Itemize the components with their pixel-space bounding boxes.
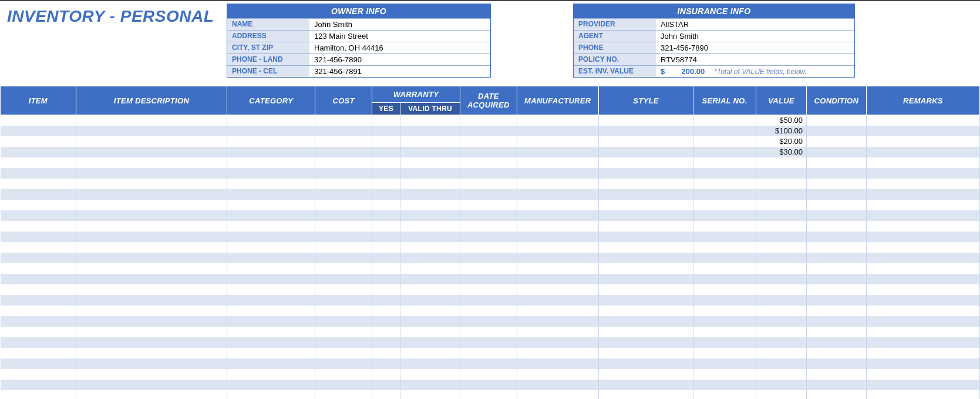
table-cell[interactable] [460, 327, 517, 337]
table-cell[interactable] [693, 200, 756, 210]
table-cell[interactable] [517, 284, 598, 295]
table-cell[interactable] [599, 337, 693, 348]
table-cell[interactable] [866, 115, 979, 126]
table-cell[interactable] [806, 179, 866, 189]
table-cell[interactable] [460, 115, 517, 126]
table-cell[interactable] [315, 295, 372, 306]
table-cell[interactable] [227, 157, 315, 168]
table-cell[interactable] [76, 295, 227, 306]
table-row[interactable] [1, 284, 980, 295]
table-cell[interactable] [599, 327, 693, 337]
table-row[interactable] [1, 232, 980, 242]
table-cell[interactable] [460, 295, 517, 306]
col-style[interactable]: STYLE [599, 86, 693, 115]
col-warranty[interactable]: WARRANTY [372, 86, 460, 103]
table-cell[interactable] [693, 380, 756, 390]
table-row[interactable] [1, 179, 980, 189]
table-cell[interactable] [517, 358, 598, 369]
table-cell[interactable] [866, 316, 979, 327]
table-cell[interactable] [517, 316, 598, 327]
table-cell[interactable] [460, 200, 517, 210]
table-row[interactable] [1, 274, 980, 284]
table-cell[interactable] [76, 242, 227, 253]
table-cell[interactable] [372, 337, 400, 348]
table-cell[interactable] [372, 189, 400, 200]
table-cell[interactable] [866, 136, 979, 147]
table-cell[interactable] [227, 253, 315, 263]
table-row[interactable] [1, 390, 980, 400]
table-row[interactable] [1, 221, 980, 232]
table-cell[interactable] [227, 358, 315, 369]
table-row[interactable] [1, 263, 980, 274]
table-cell[interactable] [227, 126, 315, 136]
table-cell[interactable] [866, 168, 979, 179]
table-cell[interactable] [315, 274, 372, 284]
table-cell[interactable] [315, 284, 372, 295]
table-cell[interactable]: $30.00 [756, 147, 807, 157]
table-cell[interactable] [599, 348, 693, 358]
table-cell[interactable] [599, 263, 693, 274]
table-cell[interactable] [866, 242, 979, 253]
table-cell[interactable] [517, 253, 598, 263]
table-cell[interactable] [1, 327, 76, 337]
table-cell[interactable] [866, 189, 979, 200]
table-row[interactable] [1, 168, 980, 179]
table-cell[interactable] [693, 136, 756, 147]
table-cell[interactable] [693, 157, 756, 168]
table-row[interactable] [1, 327, 980, 337]
table-cell[interactable] [400, 358, 460, 369]
table-cell[interactable] [400, 147, 460, 157]
table-cell[interactable] [315, 221, 372, 232]
table-cell[interactable] [1, 369, 76, 380]
table-cell[interactable] [517, 306, 598, 316]
table-cell[interactable] [599, 147, 693, 157]
table-row[interactable] [1, 348, 980, 358]
table-cell[interactable] [315, 242, 372, 253]
table-cell[interactable] [806, 327, 866, 337]
table-cell[interactable] [372, 147, 400, 157]
owner-address-value[interactable]: 123 Main Street [309, 31, 490, 42]
table-cell[interactable] [460, 358, 517, 369]
table-cell[interactable] [372, 358, 400, 369]
table-cell[interactable] [599, 274, 693, 284]
table-cell[interactable] [372, 210, 400, 221]
table-cell[interactable] [460, 348, 517, 358]
table-cell[interactable] [76, 316, 227, 327]
table-cell[interactable] [693, 147, 756, 157]
table-cell[interactable] [460, 221, 517, 232]
table-cell[interactable] [1, 157, 76, 168]
table-cell[interactable] [76, 232, 227, 242]
table-cell[interactable] [693, 253, 756, 263]
table-cell[interactable] [517, 126, 598, 136]
table-cell[interactable] [227, 242, 315, 253]
table-cell[interactable] [866, 380, 979, 390]
table-cell[interactable] [693, 263, 756, 274]
table-cell[interactable] [400, 200, 460, 210]
table-cell[interactable] [460, 136, 517, 147]
col-category[interactable]: CATEGORY [227, 86, 315, 115]
table-cell[interactable] [400, 390, 460, 400]
table-cell[interactable] [372, 179, 400, 189]
table-cell[interactable] [227, 380, 315, 390]
table-cell[interactable] [76, 358, 227, 369]
table-cell[interactable] [315, 306, 372, 316]
table-cell[interactable] [756, 242, 807, 253]
table-cell[interactable] [756, 210, 807, 221]
table-cell[interactable] [599, 126, 693, 136]
table-cell[interactable] [460, 274, 517, 284]
col-warranty-valid-thru[interactable]: VALID THRU [400, 103, 460, 115]
table-cell[interactable] [806, 337, 866, 348]
table-cell[interactable] [1, 232, 76, 242]
table-cell[interactable] [806, 253, 866, 263]
table-cell[interactable] [460, 253, 517, 263]
table-cell[interactable] [400, 274, 460, 284]
table-cell[interactable] [806, 232, 866, 242]
table-cell[interactable] [227, 337, 315, 348]
table-cell[interactable] [693, 358, 756, 369]
table-cell[interactable] [756, 189, 807, 200]
table-cell[interactable] [460, 316, 517, 327]
table-cell[interactable] [806, 390, 866, 400]
col-condition[interactable]: CONDITION [806, 86, 866, 115]
table-cell[interactable] [693, 306, 756, 316]
table-cell[interactable] [227, 136, 315, 147]
